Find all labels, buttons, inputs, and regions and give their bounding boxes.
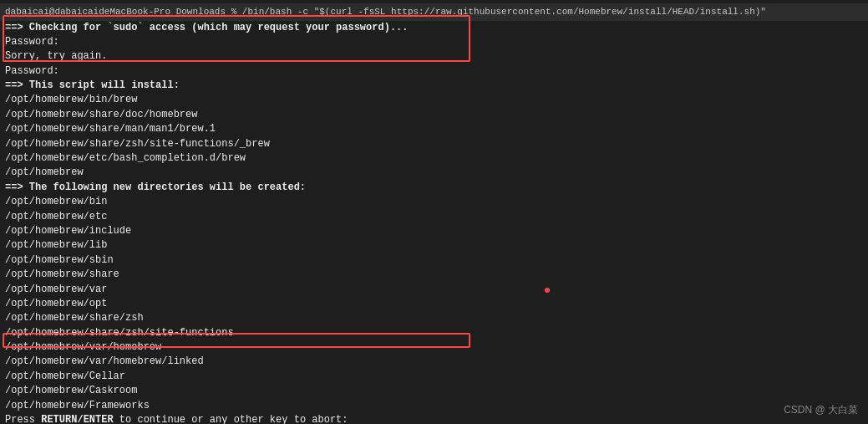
line-new-dirs: ==> The following new directories will b… [0, 181, 868, 195]
line-path2: /opt/homebrew/share/doc/homebrew [0, 108, 868, 122]
line-dir2: /opt/homebrew/etc [0, 210, 868, 224]
line-dir7: /opt/homebrew/var [0, 283, 868, 297]
line-dir10: /opt/homebrew/share/zsh/site-functions [0, 326, 868, 340]
line-password2: Password: [0, 64, 868, 79]
line-path5: /opt/homebrew/etc/bash_completion.d/brew [0, 151, 868, 166]
line-dir1: /opt/homebrew/bin [0, 195, 868, 209]
line-press-return[interactable]: Press RETURN/ENTER to continue or any ot… [0, 413, 868, 424]
line-dir6: /opt/homebrew/share [0, 268, 868, 282]
terminal-window: dabaicai@dabaicaideMacBook-Pro Downloads… [0, 0, 868, 424]
terminal-title-bar: dabaicai@dabaicaideMacBook-Pro Downloads… [0, 3, 868, 21]
line-password1: Password: [0, 35, 868, 49]
line-sudo-check: ==> Checking for `sudo` access (which ma… [0, 21, 868, 35]
line-path4: /opt/homebrew/share/zsh/site-functions/_… [0, 137, 868, 151]
line-path6: /opt/homebrew [0, 166, 868, 180]
line-dir9: /opt/homebrew/share/zsh [0, 311, 868, 325]
line-dir15: /opt/homebrew/Frameworks [0, 399, 868, 413]
line-dir8: /opt/homebrew/opt [0, 297, 868, 311]
line-dir11: /opt/homebrew/var/homebrew [0, 340, 868, 355]
line-path1: /opt/homebrew/bin/brew [0, 93, 868, 107]
line-dir4: /opt/homebrew/lib [0, 238, 868, 253]
line-path3: /opt/homebrew/share/man/man1/brew.1 [0, 122, 868, 136]
line-dir3: /opt/homebrew/include [0, 224, 868, 238]
line-dir5: /opt/homebrew/sbin [0, 253, 868, 268]
line-sorry: Sorry, try again. [0, 49, 868, 64]
watermark: CSDN @ 大白菜 [784, 403, 858, 417]
line-dir14: /opt/homebrew/Caskroom [0, 384, 868, 398]
line-will-install: ==> This script will install: [0, 79, 868, 93]
line-dir12: /opt/homebrew/var/homebrew/linked [0, 355, 868, 369]
line-dir13: /opt/homebrew/Cellar [0, 370, 868, 384]
